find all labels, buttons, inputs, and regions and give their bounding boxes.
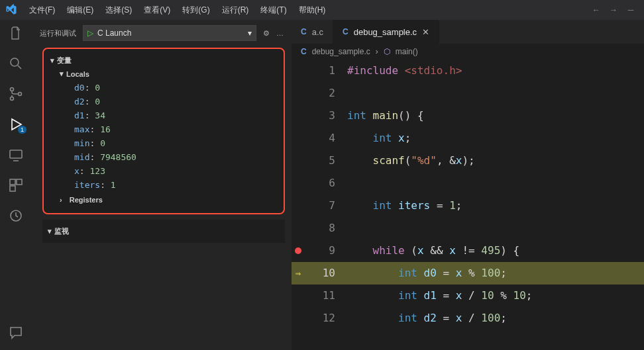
menu-go[interactable]: 转到(G) — [177, 2, 215, 19]
run-debug-icon[interactable]: 1 — [8, 116, 24, 132]
variable-row[interactable]: iters: 1 — [50, 178, 277, 192]
menu-view[interactable]: 查看(V) — [138, 2, 176, 19]
menu-run[interactable]: 运行(R) — [217, 2, 254, 19]
close-icon[interactable]: ✕ — [422, 27, 429, 37]
search-icon[interactable] — [8, 56, 24, 71]
vscode-icon — [5, 4, 17, 16]
menu-help[interactable]: 帮助(H) — [294, 2, 331, 19]
code-line[interactable]: 11 int d1 = x / 10 % 10; — [292, 284, 644, 307]
c-file-icon: C — [301, 27, 307, 36]
code-line[interactable]: 8 — [292, 217, 644, 240]
variable-row[interactable]: d2: 0 — [50, 95, 277, 109]
variable-row[interactable]: d1: 34 — [50, 109, 277, 122]
chevron-down-icon: ▾ — [50, 56, 54, 65]
chevron-down-icon[interactable]: ▾ — [248, 28, 252, 38]
locals-scope[interactable]: ▾Locals — [50, 67, 277, 81]
code-line[interactable]: 6 — [292, 172, 644, 195]
explorer-icon[interactable] — [8, 25, 24, 41]
start-debug-icon[interactable]: ▷ — [87, 28, 93, 38]
debug-sidebar: 运行和调试 ▷ C Launch ▾ ⚙ … ▾变量 ▾Locals d0: 0… — [32, 20, 292, 350]
symbol-method-icon: ⬡ — [384, 47, 390, 56]
svg-rect-5 — [10, 179, 15, 185]
code-line[interactable]: 2 — [292, 82, 644, 105]
tab-debug-sample-c[interactable]: Cdebug_sample.c✕ — [333, 20, 439, 44]
menu-terminal[interactable]: 终端(T) — [255, 2, 292, 19]
svg-point-1 — [11, 88, 14, 91]
code-line[interactable]: 5 scanf("%d", &x); — [292, 150, 644, 172]
variable-row[interactable]: mid: 7948560 — [50, 150, 277, 164]
variable-row[interactable]: x: 123 — [50, 164, 277, 178]
svg-point-0 — [11, 58, 19, 66]
source-control-icon[interactable] — [8, 86, 24, 102]
code-line[interactable]: 1#include <stdio.h> — [292, 60, 644, 82]
code-line[interactable]: 9 while (x && x != 495) { — [292, 240, 644, 262]
run-badge: 1 — [18, 126, 27, 134]
svg-point-3 — [19, 93, 22, 96]
chevron-down-icon: ▾ — [60, 69, 64, 78]
svg-rect-4 — [10, 150, 22, 158]
menu-selection[interactable]: 选择(S) — [100, 2, 137, 19]
variables-section-header[interactable]: ▾变量 — [50, 54, 277, 67]
more-icon[interactable]: … — [276, 29, 284, 37]
sidebar-title: 运行和调试 — [40, 28, 76, 38]
registers-scope[interactable]: › Registers — [50, 192, 277, 205]
extensions-icon[interactable] — [8, 177, 24, 193]
code-line[interactable]: 7 int iters = 1; — [292, 195, 644, 217]
code-line[interactable]: 12 int d2 = x / 100; — [292, 307, 644, 329]
chevron-down-icon: ▾ — [48, 227, 52, 236]
window-min-icon[interactable]: ─ — [623, 5, 639, 15]
launch-config-name: C Launch — [97, 28, 244, 38]
tab-a-c[interactable]: Ca.c — [292, 20, 333, 44]
menu-edit[interactable]: 编辑(E) — [62, 2, 99, 19]
variable-row[interactable]: max: 16 — [50, 122, 277, 136]
feedback-icon[interactable] — [8, 325, 24, 341]
svg-rect-6 — [17, 179, 22, 185]
timeline-icon[interactable] — [8, 208, 24, 224]
launch-config-select[interactable]: ▷ C Launch ▾ — [83, 25, 256, 41]
menu-file[interactable]: 文件(F) — [24, 2, 60, 19]
code-editor[interactable]: 1#include <stdio.h>23int main() {4 int x… — [292, 60, 644, 350]
editor-area: Ca.c Cdebug_sample.c✕ C debug_sample.c ›… — [292, 20, 644, 350]
variables-panel: ▾变量 ▾Locals d0: 0d2: 0d1: 34max: 16min: … — [42, 48, 285, 214]
variable-row[interactable]: d0: 0 — [50, 81, 277, 95]
code-line[interactable]: 4 int x; — [292, 127, 644, 150]
remote-icon[interactable] — [8, 147, 24, 163]
breakpoint-icon[interactable] — [295, 247, 301, 254]
breadcrumb[interactable]: C debug_sample.c › ⬡ main() — [292, 44, 644, 60]
svg-point-2 — [11, 97, 14, 101]
svg-rect-7 — [10, 186, 15, 191]
gear-icon[interactable]: ⚙ — [263, 29, 270, 38]
variable-row[interactable]: min: 0 — [50, 136, 277, 150]
c-file-icon: C — [343, 27, 349, 36]
chevron-right-icon: › — [60, 196, 62, 204]
current-line-icon: ⇒ — [295, 268, 301, 279]
chevron-right-icon: › — [376, 47, 378, 56]
editor-tabs: Ca.c Cdebug_sample.c✕ — [292, 20, 644, 44]
title-bar: 文件(F) 编辑(E) 选择(S) 查看(V) 转到(G) 运行(R) 终端(T… — [0, 0, 644, 20]
nav-back-icon[interactable]: ← — [588, 5, 604, 15]
nav-forward-icon[interactable]: → — [606, 5, 621, 15]
watch-panel: ▾监视 — [42, 220, 285, 243]
activity-bar: 1 — [0, 20, 32, 350]
c-file-icon: C — [301, 47, 307, 56]
code-line[interactable]: 3int main() { — [292, 105, 644, 127]
watch-section-header[interactable]: ▾监视 — [48, 225, 280, 238]
code-line[interactable]: ⇒10 int d0 = x % 100; — [292, 262, 644, 284]
sidebar-header: 运行和调试 ▷ C Launch ▾ ⚙ … — [32, 24, 292, 42]
